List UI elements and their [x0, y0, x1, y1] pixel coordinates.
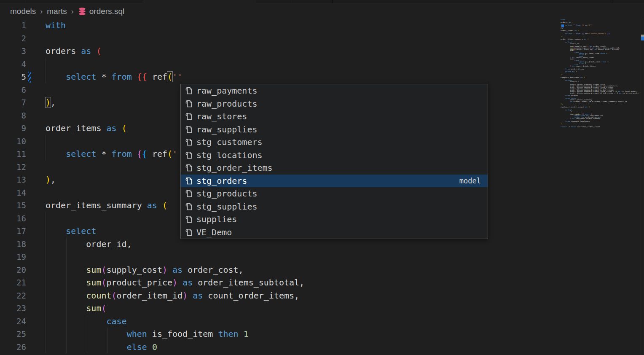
code-line[interactable]: 25 when is_food_item then 1: [0, 328, 644, 341]
reference-icon: [184, 137, 193, 147]
active-tab-segment[interactable]: [143, 0, 256, 3]
chevron-right-icon: ›: [71, 7, 74, 16]
reference-icon: [184, 189, 193, 198]
line-number: 15: [0, 199, 26, 212]
reference-icon: [184, 228, 193, 237]
line-number: 18: [0, 238, 26, 251]
suggestion-item[interactable]: raw_products: [181, 97, 488, 110]
suggestion-item[interactable]: stg_order_items: [181, 161, 488, 175]
reference-icon: [184, 99, 193, 108]
suggestion-label: stg_order_items: [196, 163, 273, 173]
minimap-line: select * from customer_order_count: [561, 126, 641, 127]
suggestion-label: stg_locations: [196, 150, 263, 160]
suggestion-item[interactable]: stg_customers: [181, 136, 488, 149]
suggestion-label: stg_products: [196, 188, 258, 199]
autocomplete-popup: raw_payments raw_products raw_stores raw…: [180, 84, 488, 239]
breadcrumb-item-models[interactable]: models: [10, 7, 36, 16]
overview-ruler[interactable]: [641, 19, 641, 355]
tab-separator: [143, 0, 143, 3]
line-number: 25: [0, 328, 26, 341]
line-number: 2: [0, 32, 26, 45]
tab-separator: [612, 0, 612, 3]
line-number: 1: [0, 19, 26, 32]
code-line[interactable]: 22 count(order_item_id) as count_order_i…: [0, 289, 644, 302]
indent-guide: [46, 135, 46, 161]
suggestion-item[interactable]: stg_supplies: [181, 200, 488, 213]
code-line[interactable]: 1with: [0, 19, 644, 32]
suggestion-item[interactable]: raw_supplies: [181, 123, 488, 136]
indent-guide: [107, 328, 108, 353]
modified-line-marker: [28, 72, 31, 83]
database-icon: [78, 7, 86, 16]
tab-segment[interactable]: [256, 0, 644, 3]
line-number: 10: [0, 135, 26, 148]
breadcrumb-item-file[interactable]: orders.sql: [78, 7, 124, 16]
suggestion-item[interactable]: raw_stores: [181, 110, 488, 123]
suggestion-label: VE_Demo: [196, 227, 232, 237]
code-line[interactable]: 26 else 0: [0, 341, 644, 354]
line-number: 20: [0, 264, 26, 277]
suggestion-item[interactable]: raw_payments: [181, 84, 488, 97]
minimap[interactable]: withorders as ( select * from {{ ref('')…: [561, 19, 641, 133]
code-line[interactable]: 24 case: [0, 315, 644, 328]
tab-segment[interactable]: [0, 0, 143, 3]
suggestion-label: stg_supplies: [196, 202, 258, 212]
code-line[interactable]: 19: [0, 250, 644, 264]
line-number: 4: [0, 58, 26, 71]
reference-icon: [184, 86, 193, 95]
code-line[interactable]: 23 sum(: [0, 302, 644, 315]
breadcrumb-file-label: orders.sql: [89, 7, 124, 16]
line-number: 23: [0, 302, 26, 315]
overview-ruler-modified-marker: [641, 37, 644, 40]
suggestion-detail: model: [459, 177, 481, 185]
suggestion-item[interactable]: VE_Demo: [181, 226, 488, 239]
line-number: 19: [0, 250, 26, 264]
code-line[interactable]: 18 order_id,: [0, 238, 644, 251]
code-line[interactable]: 3orders as (: [0, 45, 644, 58]
code-line[interactable]: 5 select * from {{ ref('': [0, 70, 644, 83]
suggestion-label: stg_customers: [196, 137, 263, 147]
code-line[interactable]: 21 sum(product_price) as order_items_sub…: [0, 276, 644, 289]
tab-bar[interactable]: [0, 0, 644, 3]
indent-guide: [46, 58, 46, 83]
indent-guide: [66, 238, 67, 353]
breadcrumb: models › marts › orders.sql: [10, 4, 124, 19]
line-number: 11: [0, 148, 26, 161]
line-number: 17: [0, 225, 26, 238]
line-number: 21: [0, 276, 26, 289]
line-number: 8: [0, 109, 26, 122]
minimap-line: order_items_summary.count_drink_items > …: [561, 92, 641, 94]
line-number: 13: [0, 173, 26, 186]
suggestion-item[interactable]: stg_ordersmodel: [181, 175, 488, 188]
reference-icon: [184, 163, 193, 172]
breadcrumb-item-marts[interactable]: marts: [47, 7, 67, 16]
reference-icon: [184, 202, 193, 211]
line-number: 5: [0, 70, 26, 83]
line-number: 14: [0, 186, 26, 199]
code-line[interactable]: 20 sum(supply_cost) as order_cost,: [0, 264, 644, 277]
line-number: 6: [0, 83, 26, 97]
tab-separator: [291, 0, 291, 3]
suggestion-label: supplies: [196, 214, 237, 224]
suggestion-item[interactable]: supplies: [181, 213, 488, 226]
suggestion-label: raw_payments: [196, 86, 258, 96]
tab-separator: [26, 0, 26, 3]
line-number: 7: [0, 96, 26, 109]
indent-guide: [46, 212, 46, 353]
line-number: 3: [0, 45, 26, 58]
code-line[interactable]: 2: [0, 32, 644, 45]
tab-separator: [332, 0, 333, 3]
reference-icon: [184, 215, 193, 224]
suggestion-item[interactable]: stg_products: [181, 187, 488, 200]
line-number: 9: [0, 122, 26, 135]
suggestion-label: raw_supplies: [196, 124, 258, 134]
suggestion-item[interactable]: stg_locations: [181, 149, 488, 162]
minimap-modified-marker: [561, 24, 564, 27]
line-number: 26: [0, 341, 26, 354]
indent-guide: [87, 315, 87, 353]
suggestion-label: raw_products: [196, 99, 258, 109]
tab-separator: [256, 0, 256, 3]
line-number: 12: [0, 161, 26, 174]
code-line[interactable]: 4: [0, 58, 644, 71]
reference-icon: [184, 176, 193, 186]
